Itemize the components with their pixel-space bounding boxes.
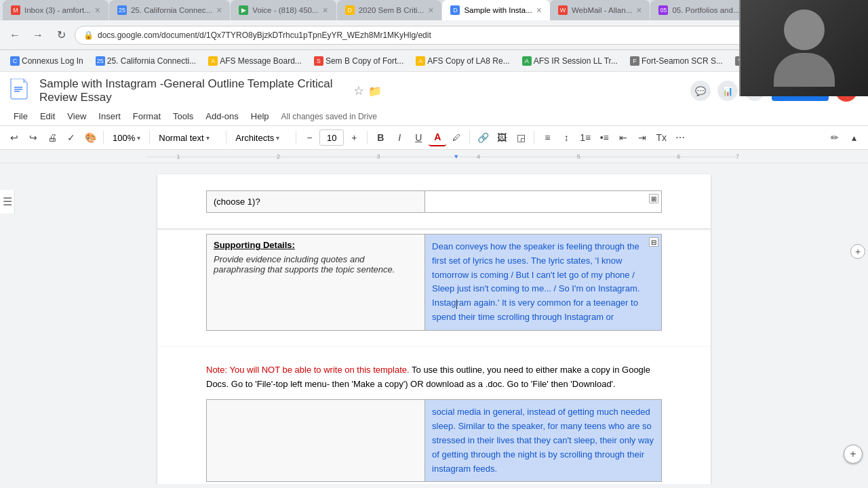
menu-file[interactable]: File [8,108,33,124]
document-area[interactable]: ☰ (choose 1)? ⊞ Supporting De [0,163,868,484]
tab7-favicon: 05 [658,5,668,15]
browser-chrome: M Inbox (3) - amfort... × 25 25. Califor… [0,0,868,72]
collapse-toolbar-button[interactable]: ▴ [845,129,863,146]
bookmark-sem[interactable]: S Sem B Copy of Fort... [309,54,408,68]
zoom-dropdown[interactable]: 100% ▾ [108,129,145,146]
outline-toggle-button[interactable]: ☰ [1,195,13,208]
menu-help[interactable]: Help [245,108,275,124]
bookmark-california-label: 25. California Connecti... [107,56,196,66]
redo-button[interactable]: ↪ [24,129,42,146]
browser-tab-5-active[interactable]: D Sample with Insta... × [442,0,550,20]
tab7-label: 05. Portfolios and... [672,6,739,14]
text-color-button[interactable]: A [429,129,446,146]
activity-icon[interactable]: 📊 [717,81,738,101]
bulleted-list-button[interactable]: •≡ [595,129,613,146]
title-folder-icon[interactable]: 📁 [368,85,382,98]
font-size-increase[interactable]: + [345,129,363,146]
style-value: Normal text [159,133,203,143]
edit-mode-button[interactable]: ✏ [826,129,844,146]
left-sidebar: ☰ [0,190,15,214]
bookmark-connexus-favicon: C [10,56,20,66]
tab1-close[interactable]: × [95,5,100,15]
highlight-button[interactable]: 🖊 [448,129,465,146]
more-options-button[interactable]: ⋯ [671,129,689,146]
table-choose-right[interactable]: ⊞ [425,191,662,213]
note-paragraph: Note: You will NOT be able to write on t… [206,363,662,392]
tab2-favicon: 25 [117,5,127,15]
table-drag-handle[interactable]: ⊟ [649,237,658,247]
tab4-close[interactable]: × [428,5,433,15]
add-content-button[interactable]: + [850,244,865,259]
style-dropdown[interactable]: Normal text ▾ [154,129,222,146]
table-resize-handle[interactable]: ⊞ [649,194,658,203]
tab6-close[interactable]: × [636,5,642,15]
print-button[interactable]: 🖨 [43,129,61,146]
bookmark-california[interactable]: 25 25. California Connecti... [91,54,201,68]
clear-formatting-button[interactable]: Tx [652,129,670,146]
browser-tab-4[interactable]: D 2020 Sem B Criti... × [337,0,442,20]
bookmark-afs-copy[interactable]: A AFS Copy of LA8 Re... [411,54,514,68]
numbered-list-button[interactable]: 1≡ [576,129,594,146]
browser-tab-2[interactable]: 25 25. California Connec... × [109,0,230,20]
webcam-overlay [739,0,868,96]
bookmark-afs-message[interactable]: A AFS Message Board... [203,54,307,68]
menu-edit[interactable]: Edit [35,108,60,124]
menu-bar: File Edit View Insert Format Tools Add-o… [8,107,860,125]
table-cont-right[interactable]: social media in general, instead of gett… [425,400,662,482]
ruler-mark-1: 1 [176,153,180,160]
bold-button[interactable]: B [372,129,389,146]
document-page-top: (choose 1)? ⊞ [157,174,711,228]
tab2-close[interactable]: × [216,5,222,15]
paint-format-button[interactable]: 🎨 [81,129,99,146]
indent-increase-button[interactable]: ⇥ [633,129,651,146]
paint-icon: 🎨 [85,132,96,143]
menu-insert[interactable]: Insert [93,108,126,124]
undo-button[interactable]: ↩ [5,129,23,146]
font-size-value[interactable]: 10 [319,129,344,146]
line-spacing-button[interactable]: ↕ [557,129,575,146]
menu-view[interactable]: View [62,108,92,124]
comments-icon[interactable]: 💬 [690,81,711,101]
tab5-close[interactable]: × [536,5,542,15]
italic-button[interactable]: I [391,129,408,146]
ruler-mark-7: 7 [736,153,739,160]
spellcheck-button[interactable]: ✓ [62,129,80,146]
toolbar: ↩ ↪ 🖨 ✓ 🎨 100% ▾ Normal text ▾ Architect… [0,126,868,150]
print-icon: 🖨 [47,132,57,143]
table-choose-left[interactable]: (choose 1)? [207,191,425,213]
menu-addons[interactable]: Add-ons [200,108,243,124]
reload-button[interactable]: ↻ [52,26,71,45]
docs-title-row: Sample with Instagram -General Outline T… [8,77,860,104]
ruler-tab-marker: ▼ [453,153,459,160]
align-button[interactable]: ≡ [538,129,556,146]
menu-format[interactable]: Format [127,108,166,124]
floating-add-button[interactable]: + [844,445,863,464]
bookmark-fort[interactable]: F Fort-Seamon SCR S... [625,54,728,68]
font-size-decrease[interactable]: − [300,129,318,146]
bookmark-connexus[interactable]: C Connexus Log In [5,54,88,68]
ruler-mark-2: 2 [277,153,280,160]
table-supporting-right[interactable]: Dean conveys how the speaker is feeling … [425,235,662,331]
back-button[interactable]: ← [5,26,24,45]
bookmark-afs-ir[interactable]: A AFS IR Session LL Tr... [517,54,623,68]
forward-button[interactable]: → [28,26,47,45]
browser-tab-6[interactable]: W WebMail - Allan... × [550,0,650,20]
tab3-close[interactable]: × [323,5,328,15]
title-star-icon[interactable]: ☆ [353,83,364,98]
insert-drawing-button[interactable]: ◲ [512,129,530,146]
browser-tab-1[interactable]: M Inbox (3) - amfort... × [3,0,108,20]
browser-tab-3[interactable]: ▶ Voice - (818) 450... × [231,0,336,20]
document-title[interactable]: Sample with Instagram -General Outline T… [39,77,348,104]
table-supporting-left[interactable]: Supporting Details: Provide evidence inc… [207,235,425,331]
menu-tools[interactable]: Tools [167,108,199,124]
font-dropdown[interactable]: Architects ▾ [231,129,292,146]
link-button[interactable]: 🔗 [474,129,492,146]
indent-decrease-button[interactable]: ⇤ [614,129,632,146]
image-button[interactable]: 🖼 [493,129,511,146]
table-cont-left[interactable] [207,400,425,482]
ruler-mark-5: 5 [577,153,580,160]
underline-button[interactable]: U [410,129,427,146]
tab2-label: 25. California Connec... [131,6,212,14]
address-box[interactable]: 🔒 docs.google.com/document/d/1Qx7TYRO8yB… [75,26,788,45]
document-page-middle: Supporting Details: Provide evidence inc… [157,228,711,347]
